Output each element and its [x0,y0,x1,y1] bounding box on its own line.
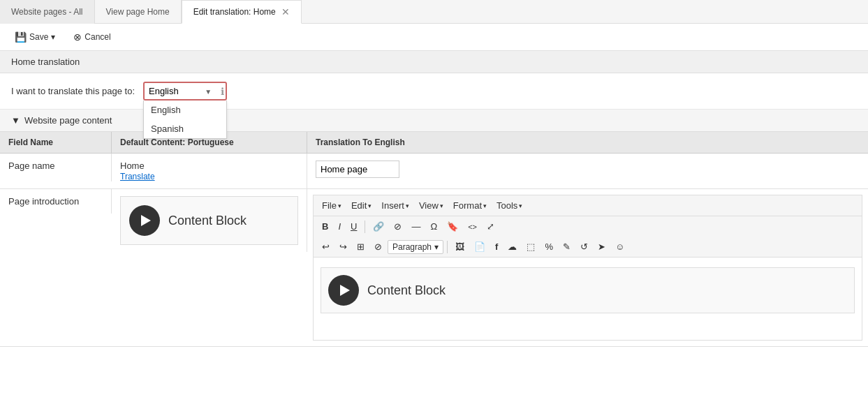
translation-cell [307,154,868,185]
code-icon: <> [468,223,477,231]
underline-button[interactable]: U [346,219,361,234]
pdf-button[interactable]: 📄 [470,239,490,254]
menu-insert[interactable]: Insert ▾ [377,198,413,213]
bold-button[interactable]: B [318,219,332,234]
save-button[interactable]: 💾 Save ▾ [8,28,61,46]
italic-icon: I [338,221,341,232]
play-triangle-icon [141,215,151,226]
redo-button[interactable]: ↪ [335,239,351,254]
paragraph-select[interactable]: Paragraph ▾ [388,240,443,254]
page-name-translation-input[interactable] [316,161,399,178]
clear-format-button[interactable]: ⊘ [370,239,386,254]
help-icon: ℹ [221,86,224,97]
translate-link[interactable]: Translate [120,172,155,181]
percent-icon: % [545,241,553,252]
main-toolbar: 💾 Save ▾ ⊗ Cancel [0,24,868,51]
paragraph-caret-icon: ▾ [434,242,439,252]
tools-caret-icon: ▾ [519,202,522,209]
edit-caret-icon: ▾ [368,202,372,209]
image-icon: 🖼 [455,241,464,252]
facebook-icon: f [495,241,498,252]
tab-bar: Website pages - All View page Home Edit … [0,0,868,24]
insert-caret-icon: ▾ [406,202,409,209]
facebook-button[interactable]: f [491,239,502,254]
underline-icon: U [351,221,357,232]
bookmark-icon: 🔖 [447,221,458,232]
language-select-input[interactable] [143,82,227,100]
pdf-icon: 📄 [474,241,485,252]
default-content-block: Content Block [112,189,307,252]
omega-button[interactable]: Ω [426,219,441,234]
editor-icon-row2: ↩ ↪ ⊞ ⊘ Paragraph ▾ 🖼 📄 f ☁ ⬚ % ✎ ↺ ➤ ☺ [314,237,862,257]
unlink-icon: ⊘ [394,221,402,232]
table-icon: ⊞ [357,241,365,252]
hr-icon: — [411,221,420,232]
format-caret-icon: ▾ [483,202,487,209]
content-section-label: Website page content [24,115,112,126]
editor-content-block-label: Content Block [367,283,446,298]
save-icon: 💾 [15,31,27,43]
editor-content[interactable]: Content Block [313,257,862,341]
cloud-icon: ☁ [508,241,517,252]
edit2-button[interactable]: ✎ [559,239,575,254]
table-row: Page name Home Translate [0,154,868,189]
send-icon: ➤ [598,241,605,252]
code-button[interactable]: <> [464,221,481,233]
percent-button[interactable]: % [540,239,557,254]
dropdown-item-spanish[interactable]: Spanish [144,119,226,138]
emoji-button[interactable]: ☺ [611,239,628,254]
file-caret-icon: ▾ [338,202,341,209]
editor-area: File ▾ Edit ▾ Insert ▾ View ▾ Format ▾ [307,189,868,346]
tab-website-pages[interactable]: Website pages - All [0,0,95,24]
tab-edit-translation[interactable]: Edit translation: Home ✕ [182,0,302,24]
separator-2 [447,241,448,253]
send-button[interactable]: ➤ [594,239,610,254]
fullscreen-button[interactable]: ⤢ [483,219,499,234]
hr-button[interactable]: — [407,219,425,234]
collapse-icon: ▼ [11,115,20,126]
translate-input-wrap: ▼ ℹ English Spanish [143,82,227,100]
undo-button[interactable]: ↩ [318,239,334,254]
editor-toolbar: File ▾ Edit ▾ Insert ▾ View ▾ Format ▾ [313,195,862,257]
cloud-button[interactable]: ☁ [503,239,521,254]
language-dropdown: English Spanish [143,100,227,139]
view-caret-icon: ▾ [440,202,443,209]
dropdown-item-english[interactable]: English [144,100,226,119]
translate-label: I want to translate this page to: [11,86,135,96]
emoji-icon: ☺ [615,241,624,252]
editor-play-button-icon [328,275,359,306]
menu-edit[interactable]: Edit ▾ [347,198,376,213]
cancel-button[interactable]: ⊗ Cancel [67,28,117,46]
menu-format[interactable]: Format ▾ [449,198,491,213]
content-block-box: Content Block [120,196,298,245]
undo-icon: ↩ [322,241,330,252]
image-button[interactable]: 🖼 [451,239,469,254]
editor-icon-row: B I U 🔗 ⊘ — Ω 🔖 <> ⤢ [314,216,862,237]
bookmark-button[interactable]: 🔖 [443,219,462,234]
edit2-icon: ✎ [563,241,571,252]
col-translation: Translation To English [307,132,868,153]
menu-tools[interactable]: Tools ▾ [492,198,527,213]
menu-view[interactable]: View ▾ [415,198,448,213]
close-icon[interactable]: ✕ [281,6,290,17]
fullscreen-icon: ⤢ [487,221,494,232]
translate-row: I want to translate this page to: ▼ ℹ En… [0,73,868,110]
clear-format-icon: ⊘ [374,241,382,252]
select-button[interactable]: ⬚ [522,239,539,254]
italic-button[interactable]: I [334,219,345,234]
unlink-button[interactable]: ⊘ [390,219,406,234]
content-section-toggle[interactable]: ▼ Website page content [0,110,868,132]
refresh-icon: ↺ [580,241,588,252]
editor-content-block: Content Block [321,267,855,313]
intro-field-name: Page introduction [0,189,112,214]
omega-icon: Ω [430,221,437,232]
play-button-icon [129,205,160,236]
page-intro-row: Page introduction Content Block File ▾ E… [0,189,868,347]
refresh-button[interactable]: ↺ [576,239,592,254]
link-button[interactable]: 🔗 [369,219,388,234]
tab-view-page-home[interactable]: View page Home [95,0,182,24]
content-block-label: Content Block [168,214,247,228]
default-content-cell: Home Translate [112,154,307,188]
menu-file[interactable]: File ▾ [318,198,346,213]
table-button[interactable]: ⊞ [353,239,369,254]
